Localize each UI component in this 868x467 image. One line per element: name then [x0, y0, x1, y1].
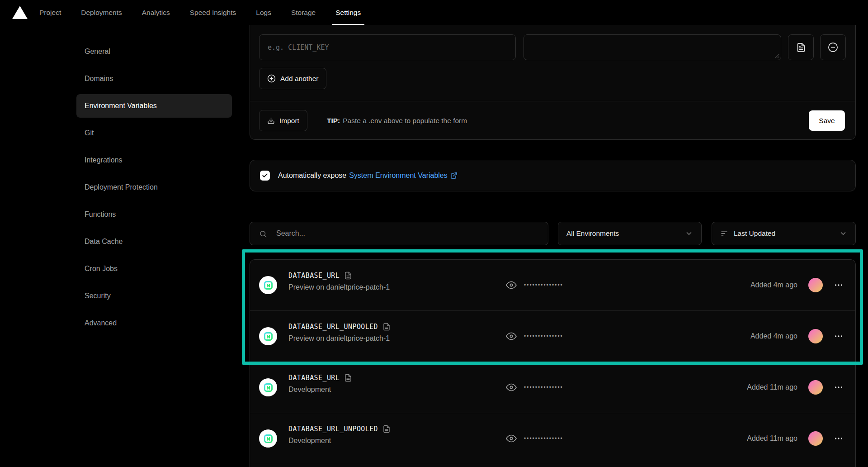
nav-tab[interactable]: Storage	[291, 0, 316, 25]
ellipsis-icon	[834, 434, 844, 443]
save-button[interactable]: Save	[809, 110, 845, 131]
sidebar-item[interactable]: Advanced	[76, 311, 232, 335]
system-env-variables-link[interactable]: System Environment Variables	[349, 172, 458, 180]
env-var-text: DATABASE_URL_UNPOOLED Development	[288, 425, 391, 445]
env-var-row[interactable]: DATABASE_URL Development	[250, 362, 855, 413]
sidebar-item-label: Functions	[85, 210, 116, 219]
row-menu-button[interactable]	[834, 382, 844, 392]
environment-variables-page: Project Deployments Analytics Speed Insi…	[0, 0, 868, 467]
env-var-row[interactable]: DATABASE_URL_UNPOOLED Preview on danielt…	[250, 311, 855, 362]
ellipsis-icon	[834, 331, 844, 341]
sidebar-item-label: Integrations	[85, 156, 123, 164]
expose-text: Automatically expose	[278, 172, 346, 180]
search-icon	[259, 230, 267, 238]
env-var-row-meta: Added 11m ago	[747, 413, 855, 464]
search-input[interactable]	[276, 222, 542, 245]
ellipsis-icon	[834, 382, 844, 392]
nav-tab-label: Logs	[256, 9, 271, 17]
nav-tab[interactable]: Analytics	[142, 0, 170, 25]
avatar	[808, 278, 823, 292]
eye-icon[interactable]	[506, 280, 517, 291]
note-icon[interactable]	[344, 374, 352, 382]
add-another-button[interactable]: Add another	[259, 68, 326, 89]
sort-by-value: Last Updated	[734, 229, 775, 238]
env-var-row-meta: Added 11m ago	[747, 362, 855, 413]
nav-tab-label: Deployments	[81, 9, 122, 17]
add-another-label: Add another	[280, 75, 318, 83]
env-var-environment: Development	[288, 386, 352, 394]
sort-by-select[interactable]: Last Updated	[712, 222, 856, 245]
sidebar-item[interactable]: Git	[76, 121, 232, 145]
check-icon	[262, 172, 268, 179]
nav-tab[interactable]: Deployments	[81, 0, 122, 25]
system-env-expose-card: Automatically expose System Environment …	[250, 160, 856, 191]
neon-logo-icon	[259, 327, 277, 345]
nav-tab-label: Project	[39, 9, 61, 17]
eye-icon[interactable]	[506, 433, 517, 444]
vercel-logo-icon[interactable]	[12, 6, 28, 19]
sidebar-item[interactable]: Functions	[76, 203, 232, 226]
env-var-table: DATABASE_URL Preview on danieltprice-pat…	[250, 259, 856, 467]
sidebar-item[interactable]: General	[76, 40, 232, 63]
minus-circle-icon	[828, 42, 838, 52]
sidebar-item-label: Deployment Protection	[85, 183, 158, 191]
eye-icon[interactable]	[506, 331, 517, 342]
remove-row-button[interactable]	[820, 34, 846, 60]
sidebar-item-label: Security	[85, 292, 111, 300]
expose-checkbox[interactable]	[260, 171, 270, 181]
masked-value: ••••••••••••••	[524, 433, 563, 444]
env-var-environment: Preview on danieltprice-patch-1	[288, 334, 391, 343]
import-label: Import	[279, 117, 299, 125]
sidebar-item-label: Domains	[85, 75, 113, 83]
nav-tab[interactable]: Logs	[256, 0, 271, 25]
note-icon[interactable]	[382, 425, 391, 433]
external-link-icon	[450, 172, 458, 179]
sidebar-item[interactable]: Domains	[76, 67, 232, 91]
row-menu-button[interactable]	[834, 331, 844, 341]
neon-logo-icon	[259, 276, 277, 294]
env-var-row[interactable]: DATABASE_URL_UNPOOLED Development	[250, 413, 855, 464]
sidebar-item-label: Advanced	[85, 319, 117, 327]
environment-filter-select[interactable]: All Environments	[558, 222, 702, 245]
top-navbar: Project Deployments Analytics Speed Insi…	[0, 0, 868, 25]
sidebar-item[interactable]: Integrations	[76, 148, 232, 172]
row-menu-button[interactable]	[834, 434, 844, 443]
env-var-row[interactable]: DATABASE_URL Preview on danieltprice-pat…	[250, 260, 855, 311]
note-icon[interactable]	[382, 323, 391, 331]
avatar	[808, 431, 823, 446]
paste-env-file-button[interactable]	[788, 34, 814, 60]
tip-label: TIP:	[327, 117, 340, 125]
env-key-input[interactable]	[259, 34, 516, 60]
ellipsis-icon	[834, 280, 844, 290]
sidebar-item[interactable]: Deployment Protection	[76, 176, 232, 199]
env-var-name: DATABASE_URL	[288, 272, 340, 280]
avatar	[808, 329, 823, 343]
row-menu-button[interactable]	[834, 280, 844, 290]
env-var-row-meta: Added 4m ago	[750, 311, 855, 362]
env-var-text: DATABASE_URL Development	[288, 374, 352, 394]
note-icon[interactable]	[344, 272, 352, 280]
sidebar-item[interactable]: Data Cache	[76, 230, 232, 253]
sidebar-item[interactable]: Environment Variables	[76, 94, 232, 118]
nav-tab[interactable]: Settings	[335, 0, 361, 25]
eye-icon[interactable]	[506, 382, 517, 393]
sort-lines-icon	[720, 229, 728, 238]
card-divider	[250, 101, 855, 101]
env-var-environment: Preview on danieltprice-patch-1	[288, 283, 390, 291]
plus-circle-icon	[267, 74, 276, 83]
sidebar-item-label: Environment Variables	[85, 102, 157, 110]
env-value-input[interactable]	[524, 34, 781, 60]
nav-tab[interactable]: Speed Insights	[190, 0, 236, 25]
nav-tab[interactable]: Project	[39, 0, 61, 25]
nav-tab-label: Analytics	[142, 9, 170, 17]
nav-tab-label: Storage	[291, 9, 316, 17]
env-var-environment: Development	[288, 437, 391, 445]
sidebar-item-label: Git	[85, 129, 94, 137]
added-time: Added 4m ago	[750, 332, 797, 340]
neon-logo-icon	[259, 378, 277, 396]
expose-label: Automatically expose System Environment …	[278, 172, 458, 180]
sidebar-item[interactable]: Security	[76, 284, 232, 308]
sidebar-item[interactable]: Cron Jobs	[76, 257, 232, 281]
nav-tab-label: Speed Insights	[190, 9, 236, 17]
import-button[interactable]: Import	[259, 110, 307, 131]
